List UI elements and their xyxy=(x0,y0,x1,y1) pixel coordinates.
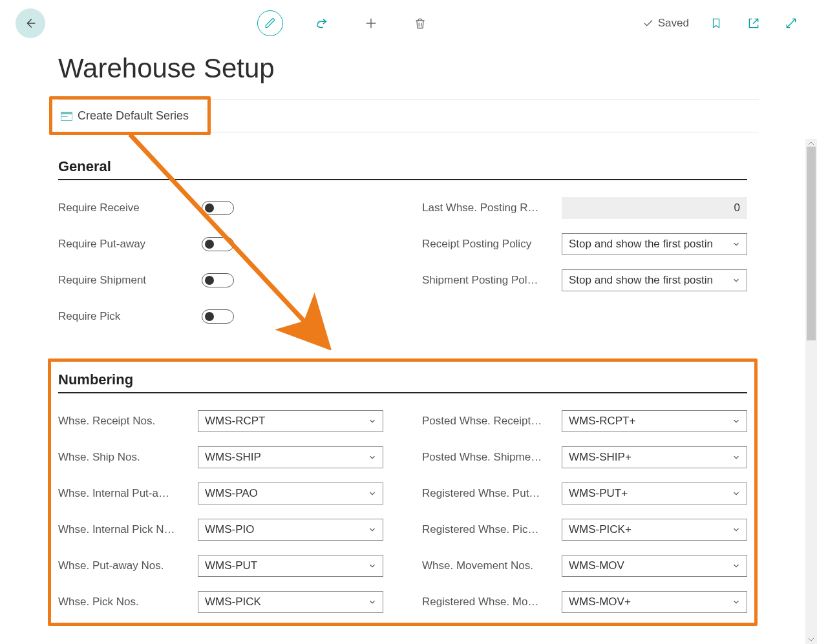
check-icon xyxy=(642,17,654,29)
chevron-down-icon xyxy=(730,415,743,428)
numbering-label: Whse. Put-away Nos. xyxy=(58,559,198,572)
label-last-posting: Last Whse. Posting R… xyxy=(422,202,562,214)
numbering-select[interactable]: WMS-PUT xyxy=(198,555,383,577)
toggle-require-pick[interactable] xyxy=(202,309,234,324)
share-icon xyxy=(315,16,329,30)
vertical-scrollbar[interactable] xyxy=(805,139,817,644)
chevron-down-icon xyxy=(730,523,743,536)
chevron-down-icon xyxy=(730,487,743,500)
popout-icon xyxy=(747,17,760,30)
label-require-putaway: Require Put-away xyxy=(58,238,198,251)
series-icon xyxy=(61,112,72,121)
numbering-label: Whse. Receipt Nos. xyxy=(58,415,198,428)
numbering-label: Whse. Pick Nos. xyxy=(58,596,198,608)
share-button[interactable] xyxy=(312,13,332,34)
chevron-down-icon xyxy=(730,559,743,572)
label-shipment-policy: Shipment Posting Pol… xyxy=(422,274,562,287)
label-require-shipment: Require Shipment xyxy=(58,274,198,287)
input-last-posting: 0 xyxy=(562,197,747,219)
back-button[interactable] xyxy=(16,8,45,38)
chevron-down-icon xyxy=(366,487,379,500)
chevron-down-icon xyxy=(366,559,379,572)
numbering-select[interactable]: WMS-PICK+ xyxy=(562,519,747,541)
expand-button[interactable] xyxy=(781,13,801,34)
label-require-receive: Require Receive xyxy=(58,202,198,214)
bookmark-button[interactable] xyxy=(706,13,727,34)
numbering-label: Posted Whse. Shipme… xyxy=(422,451,562,464)
chevron-down-icon xyxy=(366,596,379,608)
numbering-select[interactable]: WMS-RCPT+ xyxy=(562,410,747,432)
edit-button[interactable] xyxy=(257,10,283,36)
arrow-left-icon xyxy=(23,16,37,30)
numbering-label: Registered Whse. Pic… xyxy=(422,523,562,536)
toggle-require-putaway[interactable] xyxy=(202,237,234,251)
create-default-series-button[interactable]: Create Default Series xyxy=(58,107,191,125)
saved-indicator: Saved xyxy=(642,17,689,30)
section-title-numbering: Numbering xyxy=(58,368,747,393)
delete-button[interactable] xyxy=(410,13,430,34)
popout-button[interactable] xyxy=(743,13,764,34)
numbering-select[interactable]: WMS-MOV xyxy=(562,555,747,577)
numbering-select[interactable]: WMS-PIO xyxy=(198,519,383,541)
section-title-general: General xyxy=(58,154,747,180)
section-numbering: Numbering Whse. Receipt Nos.WMS-RCPTWhse… xyxy=(58,368,747,627)
numbering-label: Whse. Ship Nos. xyxy=(58,451,198,464)
numbering-select[interactable]: WMS-RCPT xyxy=(198,410,383,432)
numbering-select[interactable]: WMS-PAO xyxy=(198,483,383,504)
plus-icon xyxy=(364,16,378,30)
select-receipt-policy[interactable]: Stop and show the first postin xyxy=(562,233,747,255)
chevron-down-icon xyxy=(366,451,379,464)
chevron-down-icon xyxy=(366,523,379,536)
create-default-series-label: Create Default Series xyxy=(78,109,189,123)
toggle-require-shipment[interactable] xyxy=(202,273,234,287)
numbering-select[interactable]: WMS-SHIP+ xyxy=(562,446,747,468)
chevron-down-icon xyxy=(730,451,743,464)
numbering-label: Whse. Internal Put-a… xyxy=(58,487,198,500)
scrollbar-thumb[interactable] xyxy=(807,147,816,340)
toggle-require-receive[interactable] xyxy=(202,201,234,215)
content-area: General Require Receive Require Put-away… xyxy=(0,139,805,644)
select-shipment-policy[interactable]: Stop and show the first postin xyxy=(562,269,747,291)
bookmark-icon xyxy=(710,16,722,30)
numbering-label: Registered Whse. Mo… xyxy=(422,596,562,608)
numbering-label: Whse. Movement Nos. xyxy=(422,559,562,572)
numbering-select[interactable]: WMS-SHIP xyxy=(198,446,383,468)
chevron-down-icon xyxy=(730,238,743,251)
saved-label: Saved xyxy=(658,17,689,30)
scroll-down-icon xyxy=(805,635,817,644)
chevron-down-icon xyxy=(366,415,379,428)
numbering-label: Whse. Internal Pick N… xyxy=(58,523,198,536)
page-title: Warehouse Setup xyxy=(58,53,817,84)
section-general: General Require Receive Require Put-away… xyxy=(58,154,747,342)
numbering-select[interactable]: WMS-MOV+ xyxy=(562,591,747,613)
trash-icon xyxy=(414,16,427,30)
chevron-down-icon xyxy=(730,596,743,608)
label-receipt-policy: Receipt Posting Policy xyxy=(422,238,562,251)
pencil-icon xyxy=(264,17,276,29)
numbering-label: Posted Whse. Receipt… xyxy=(422,415,562,428)
numbering-label: Registered Whse. Put… xyxy=(422,487,562,500)
new-button[interactable] xyxy=(361,13,381,34)
action-bar: Create Default Series xyxy=(58,99,759,132)
expand-icon xyxy=(785,17,798,30)
numbering-select[interactable]: WMS-PUT+ xyxy=(562,483,747,504)
topbar: Saved xyxy=(0,0,817,47)
chevron-down-icon xyxy=(730,274,743,287)
numbering-select[interactable]: WMS-PICK xyxy=(198,591,383,613)
label-require-pick: Require Pick xyxy=(58,310,198,323)
